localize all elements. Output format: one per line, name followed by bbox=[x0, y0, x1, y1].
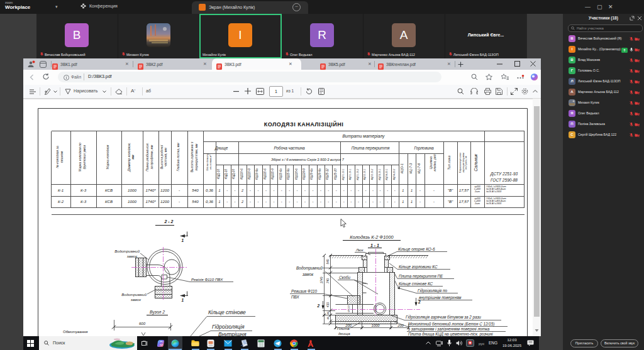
svg-text:-: - bbox=[265, 189, 267, 192]
svg-text:-: - bbox=[372, 189, 374, 192]
svg-text:1: 1 bbox=[411, 200, 413, 204]
svg-text:Марка колодязя: Марка колодязя bbox=[106, 145, 109, 169]
svg-text:2шт: 2шт bbox=[474, 190, 480, 193]
svg-text:-: - bbox=[336, 189, 337, 192]
svg-text:КЦ120-6: КЦ120-6 bbox=[295, 168, 298, 180]
svg-text:-: - bbox=[380, 189, 381, 192]
svg-text:-: - bbox=[250, 189, 251, 192]
svg-text:-: - bbox=[320, 200, 321, 204]
svg-text:-: - bbox=[281, 189, 282, 192]
svg-text:Витрати матеріалу: Витрати матеріалу bbox=[343, 134, 385, 139]
svg-text:Глибина лотка, мм: Глибина лотка, мм bbox=[176, 143, 180, 172]
svg-text:-: - bbox=[257, 200, 258, 204]
svg-text:Кільце горловини КС: Кільце горловини КС bbox=[399, 265, 438, 270]
svg-text:Ревізія Ф110 ПВХ: Ревізія Ф110 ПВХ bbox=[191, 277, 223, 282]
svg-text:2: 2 bbox=[418, 300, 421, 304]
svg-text:-: - bbox=[179, 188, 180, 192]
svg-text:КЦП4-20-1: КЦП4-20-1 bbox=[386, 169, 388, 180]
svg-text:1200: 1200 bbox=[160, 199, 169, 204]
svg-text:мм: мм bbox=[131, 155, 135, 160]
svg-text:КЦ-7-3: КЦ-7-3 bbox=[409, 163, 413, 174]
svg-text:410: 410 bbox=[326, 302, 330, 307]
svg-text:КСВ: КСВ bbox=[105, 188, 113, 192]
svg-text:Водотримний: Водотримний bbox=[296, 266, 323, 271]
svg-text:Водотримний: Водотримний bbox=[114, 249, 140, 253]
svg-text:-: - bbox=[394, 200, 396, 204]
svg-text:2шт: 2шт bbox=[474, 202, 480, 205]
svg-text:К-1: К-1 bbox=[58, 188, 64, 192]
svg-text:КЦ115-9: КЦ115-9 bbox=[271, 168, 274, 180]
svg-text:КОЛОДЯЗІ КАНАЛІЗІЦІЙНІ: КОЛОДЯЗІ КАНАЛІЗІЦІЙНІ bbox=[264, 121, 344, 128]
svg-text:кладка, ряд: кладка, ряд bbox=[433, 154, 436, 171]
svg-text:Колодязь К-2 Ф1000: Колодязь К-2 Ф1000 bbox=[350, 234, 394, 240]
svg-text:-: - bbox=[419, 189, 421, 192]
svg-text:1: 1 bbox=[402, 189, 404, 192]
svg-text:Кільце стінове КС: Кільце стінове КС bbox=[399, 282, 433, 287]
svg-text:частина, мм: частина, мм bbox=[164, 147, 167, 167]
svg-text:-: - bbox=[257, 189, 258, 192]
svg-text:-: - bbox=[387, 189, 388, 192]
svg-text:КЦ20-6а: КЦ20-6а bbox=[310, 168, 313, 180]
svg-text:КЦП1-10-1: КЦП1-10-1 bbox=[342, 169, 345, 180]
svg-text:1000: 1000 bbox=[372, 324, 380, 327]
svg-text:Ф110: Ф110 bbox=[374, 305, 377, 312]
svg-text:КЦП1-15-1: КЦП1-15-1 bbox=[349, 169, 352, 180]
svg-text:Плита: Плита bbox=[337, 326, 350, 331]
svg-text:Кільце опорне КО-6: Кільце опорне КО-6 bbox=[398, 247, 435, 252]
svg-text:КЦП4-20-2: КЦП4-20-2 bbox=[393, 169, 396, 180]
svg-text:КСВ: КСВ bbox=[105, 199, 113, 204]
svg-text:-: - bbox=[350, 200, 352, 204]
svg-text:-: - bbox=[273, 200, 274, 204]
svg-text:-: - bbox=[358, 200, 359, 204]
svg-text:замок: замок bbox=[126, 254, 138, 258]
svg-text:-: - bbox=[297, 200, 298, 204]
svg-text:Ревизия Ф110: Ревизия Ф110 bbox=[291, 289, 318, 293]
svg-text:Скоби: Скоби bbox=[339, 275, 351, 280]
svg-text:КЦ115-6: КЦ115-6 bbox=[264, 168, 267, 180]
svg-text:1: 1 bbox=[182, 298, 184, 302]
svg-text:К-2: К-2 bbox=[58, 199, 64, 204]
svg-text:1: 1 bbox=[219, 200, 221, 204]
svg-text:гарячим бітумом: гарячим бітумом bbox=[462, 153, 465, 172]
svg-text:КЦ-7-6: КЦ-7-6 bbox=[417, 163, 421, 174]
svg-text:за профілем, мм: за профілем, мм bbox=[150, 145, 153, 170]
svg-text:600: 600 bbox=[139, 322, 146, 325]
svg-text:Кільце стінове: Кільце стінове bbox=[208, 309, 246, 315]
svg-text:Монолітний бетонний лоток (Бет: Монолітний бетонний лоток (Бетон С 12/15… bbox=[408, 322, 494, 327]
svg-text:КЦ25-20: КЦ25-20 bbox=[334, 168, 337, 180]
svg-text:Водотримний: Водотримний bbox=[121, 293, 147, 297]
svg-text:замок: замок bbox=[130, 298, 142, 302]
svg-text:Днище: Днище bbox=[214, 146, 228, 151]
svg-text:-: - bbox=[273, 189, 274, 192]
svg-text:-: - bbox=[226, 189, 228, 192]
svg-text:Ф110: Ф110 bbox=[347, 305, 350, 312]
svg-text:1 - 1: 1 - 1 bbox=[370, 243, 379, 248]
svg-text:-: - bbox=[365, 189, 366, 192]
svg-text:-: - bbox=[312, 200, 313, 204]
svg-text:-: - bbox=[289, 189, 290, 192]
svg-text:Плита днища КЦД на цементно-пі: Плита днища КЦД на цементно-піск. розчин… bbox=[408, 332, 493, 337]
svg-text:-: - bbox=[328, 189, 329, 192]
svg-text:К-3: К-3 bbox=[80, 188, 87, 192]
svg-text:1740*: 1740* bbox=[145, 188, 156, 192]
svg-text:ГОСТ 2590-88: ГОСТ 2590-88 bbox=[491, 178, 518, 182]
svg-text:-: - bbox=[387, 200, 388, 204]
svg-text:-: - bbox=[419, 200, 421, 204]
svg-text:1: 1 bbox=[182, 238, 184, 243]
svg-text:Плита перекриття ПЕ: Плита перекриття ПЕ bbox=[399, 274, 443, 279]
svg-text:Гідроізоляція гарячим бітумом: Гідроізоляція гарячим бітумом за 2 рази bbox=[406, 315, 481, 320]
svg-text:Высота горловини з: Высота горловини з bbox=[190, 141, 194, 172]
svg-text:-: - bbox=[372, 200, 374, 204]
svg-text:за 2 рази, м²: за 2 рази, м² bbox=[465, 155, 467, 170]
svg-text:№16 АІ l=1600: №16 АІ l=1600 bbox=[486, 202, 501, 205]
svg-text:Вузол 2: Вузол 2 bbox=[150, 310, 165, 315]
svg-text:-: - bbox=[304, 189, 306, 192]
svg-text:-: - bbox=[350, 189, 352, 192]
svg-text:540: 540 bbox=[326, 259, 330, 264]
svg-text:540: 540 bbox=[192, 188, 199, 192]
svg-text:Сальник: Сальник bbox=[474, 153, 478, 171]
svg-text:Высота робочої: Высота робочої bbox=[160, 145, 164, 169]
svg-text:1: 1 bbox=[219, 189, 221, 192]
svg-text:внутрішнім поверхням: внутрішнім поверхням bbox=[419, 295, 462, 300]
svg-text:КЦ20-9а: КЦ20-9а bbox=[318, 168, 321, 180]
